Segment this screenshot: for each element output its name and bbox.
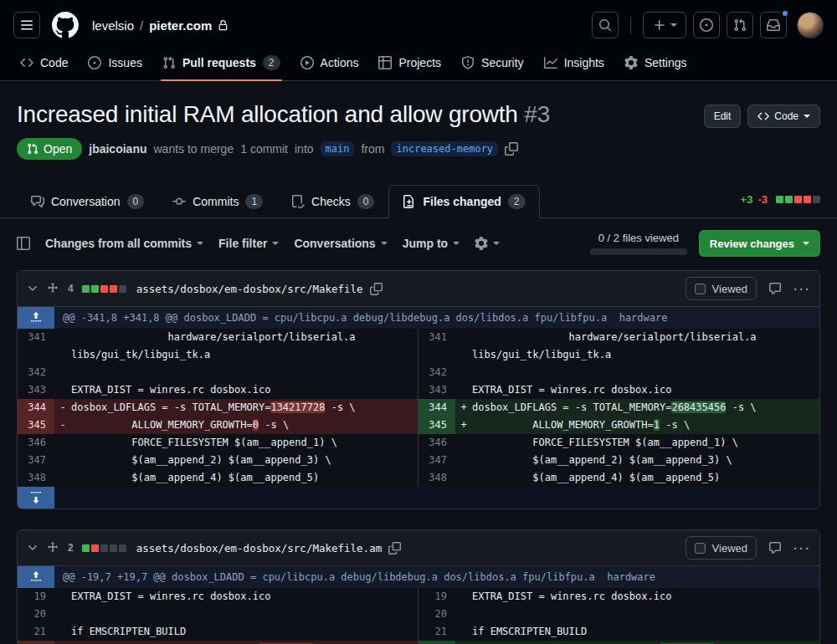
viewed-toggle-button[interactable]: Viewed <box>686 277 757 300</box>
diff-line-number[interactable]: 348 <box>418 469 455 487</box>
status-badge-open: Open <box>17 138 82 160</box>
base-branch-label[interactable]: main <box>321 141 355 156</box>
diff-line-number[interactable]: 344 <box>18 399 54 417</box>
code-icon <box>20 56 33 69</box>
tab-files-changed[interactable]: Files changed 2 <box>388 185 539 218</box>
diff-line-number[interactable]: 19 <box>18 588 54 606</box>
diff-word-highlight: 268435456 <box>671 401 726 413</box>
chevron-down-icon[interactable] <box>26 541 39 555</box>
file-path[interactable]: assets/dosbox/em-dosbox/src/Makefile.am <box>136 542 383 555</box>
viewed-checkbox[interactable] <box>695 284 706 294</box>
diff-line-number[interactable]: 348 <box>18 469 54 487</box>
comment-icon[interactable] <box>768 541 782 555</box>
tab-conversation[interactable]: Conversation 0 <box>17 185 158 217</box>
nav-tab-settings[interactable]: Settings <box>614 48 697 79</box>
drag-move-icon[interactable] <box>46 282 59 295</box>
expand-up-button[interactable] <box>18 566 54 588</box>
diff-line-number[interactable]: 341 <box>418 329 455 364</box>
nav-tab-code[interactable]: Code <box>10 48 78 79</box>
diff-line-marker <box>54 469 71 487</box>
file-path[interactable]: assets/dosbox/em-dosbox/src/Makefile <box>136 283 363 295</box>
diff-line-number[interactable]: 20 <box>18 606 54 623</box>
diff-line-marker <box>455 381 472 399</box>
diff-line-number[interactable]: 347 <box>18 452 54 469</box>
tab-commits[interactable]: Commits 1 <box>158 185 277 217</box>
diff-line-number[interactable]: 21 <box>418 623 455 641</box>
nav-tab-security[interactable]: Security <box>451 48 534 79</box>
diff-line-number[interactable]: 342 <box>418 364 455 381</box>
file-filter-dropdown[interactable]: File filter <box>218 237 279 250</box>
diff-line-number[interactable]: 21 <box>18 623 54 641</box>
diff-code-text: EXTRA_DIST = winres.rc dosbox.ico <box>472 590 671 602</box>
diff-line-content: dosbox_LDFLAGS=-s TOTAL_MEMORY=268435456… <box>472 641 819 644</box>
copy-icon[interactable] <box>370 283 383 295</box>
diff-line-number[interactable]: 345 <box>18 417 54 434</box>
nav-tab-label: Actions <box>321 56 359 69</box>
commit-count-link[interactable]: 1 commit <box>240 142 288 156</box>
review-changes-button[interactable]: Review changes <box>699 230 820 257</box>
nav-tab-actions[interactable]: Actions <box>290 48 369 79</box>
table-icon <box>378 56 392 69</box>
diff-line-number[interactable]: 19 <box>418 588 455 606</box>
issues-global-button[interactable] <box>693 12 720 38</box>
diff-code-text: FORCE_FILESYSTEM $(am__append_1) \ <box>472 437 738 448</box>
diffstat-square <box>776 196 783 203</box>
diff-line-number[interactable]: 22 <box>418 641 455 644</box>
tab-checks[interactable]: Checks 0 <box>277 185 388 217</box>
diff-settings-dropdown[interactable] <box>475 237 500 250</box>
sidebar-collapse-icon[interactable] <box>17 237 30 250</box>
diff-line-marker: - <box>54 417 71 434</box>
diff-line-number[interactable]: 342 <box>18 364 54 381</box>
search-button[interactable] <box>592 12 619 38</box>
diff-code-text: if EMSCRIPTEN_BUILD <box>472 626 587 637</box>
diff-line-number[interactable]: 347 <box>418 452 455 469</box>
jump-to-dropdown[interactable]: Jump to <box>403 237 460 250</box>
diff-line-number[interactable]: 343 <box>18 381 54 399</box>
diff-line-number[interactable]: 346 <box>418 434 455 452</box>
expand-up-button[interactable] <box>18 307 54 329</box>
diff-line-number[interactable]: 346 <box>18 434 54 452</box>
diff-line-marker <box>455 606 472 623</box>
diff-line-marker <box>455 452 472 469</box>
edit-button[interactable]: Edit <box>704 105 742 128</box>
nav-tab-pull-requests[interactable]: Pull requests 2 <box>152 47 290 80</box>
create-new-button[interactable] <box>643 12 686 38</box>
pull-requests-global-button[interactable] <box>727 12 753 38</box>
diff-line-number[interactable]: 344 <box>418 399 455 417</box>
diff-line-number[interactable]: 341 <box>18 329 54 364</box>
head-branch-label[interactable]: increased-memory <box>391 141 498 156</box>
diff-line-number[interactable]: 20 <box>418 606 455 623</box>
merge-text: into <box>295 142 314 156</box>
nav-tab-issues[interactable]: Issues <box>78 48 151 79</box>
repo-name-link[interactable]: pieter.com <box>149 18 212 33</box>
diff-line-content: hardware/serialport/libserial.a libs/gui… <box>71 329 418 364</box>
avatar[interactable] <box>797 12 824 38</box>
inbox-button[interactable] <box>760 12 787 38</box>
diff-code-text: dosbox_LDFLAGS = -s TOTAL_MEMORY= <box>472 401 671 413</box>
code-dropdown-button[interactable]: Code <box>747 105 820 128</box>
github-logo[interactable] <box>52 12 79 38</box>
diff-line-number[interactable]: 345 <box>418 417 455 434</box>
global-nav-menu-button[interactable] <box>13 12 40 38</box>
diff-line-number[interactable]: 343 <box>418 381 455 399</box>
drag-move-icon[interactable] <box>46 541 59 555</box>
diff-line-marker <box>54 329 71 364</box>
repo-owner-link[interactable]: levelsio <box>92 18 134 33</box>
merge-text: from <box>361 142 384 156</box>
nav-tab-projects[interactable]: Projects <box>368 48 451 79</box>
kebab-menu-icon[interactable]: ··· <box>793 282 811 296</box>
kebab-menu-icon[interactable]: ··· <box>793 541 811 555</box>
diff-line-number[interactable]: 22 <box>18 641 54 644</box>
conversations-dropdown[interactable]: Conversations <box>294 237 387 250</box>
copy-icon[interactable] <box>505 142 518 156</box>
changes-from-all-commits-dropdown[interactable]: Changes from all commits <box>45 237 203 250</box>
pr-author-link[interactable]: jbaicoianu <box>89 142 146 156</box>
comment-icon[interactable] <box>768 282 782 295</box>
git-pull-request-icon <box>733 18 747 32</box>
viewed-toggle-button[interactable]: Viewed <box>686 536 757 560</box>
viewed-checkbox[interactable] <box>695 543 706 554</box>
chevron-down-icon[interactable] <box>26 282 39 295</box>
nav-tab-insights[interactable]: Insights <box>534 48 614 79</box>
copy-icon[interactable] <box>388 542 401 555</box>
expand-down-button[interactable] <box>18 487 54 509</box>
